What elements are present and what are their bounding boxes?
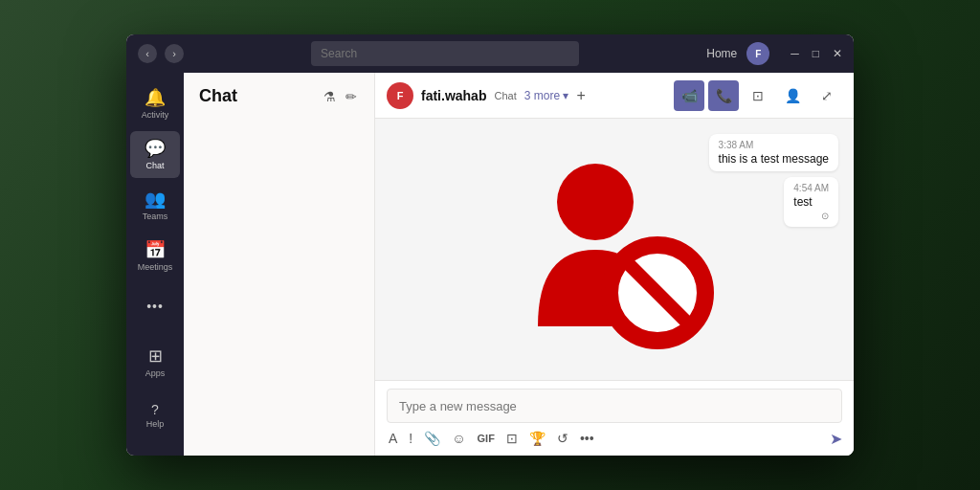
more-icon: ••• (146, 299, 164, 314)
help-icon: ? (151, 402, 159, 417)
send-button[interactable]: ➤ (830, 430, 842, 448)
minimize-button[interactable]: ─ (791, 47, 799, 60)
chat-status: Chat (494, 90, 516, 101)
add-participant-button[interactable]: + (576, 87, 585, 104)
sticker-button[interactable]: ⊡ (504, 429, 520, 448)
more-options-button[interactable]: ••• (578, 429, 596, 448)
chat-list-body (184, 114, 374, 456)
meet-now-button[interactable]: ↺ (555, 429, 570, 448)
message-bubble-2: 4:54 AM test ⊙ (784, 177, 838, 227)
search-input[interactable] (311, 41, 579, 66)
messages-overlay: 3:38 AM this is a test message 4:54 AM t… (709, 134, 838, 227)
home-label: Home (706, 47, 737, 60)
sidebar-bottom: ⊞ Apps ? Help (130, 337, 180, 448)
important-button[interactable]: ! (407, 429, 414, 448)
sidebar-label-meetings: Meetings (138, 262, 173, 272)
main-content: 🔔 Activity 💬 Chat 👥 Teams 📅 Meetings ••• (126, 73, 854, 456)
message-status-2: ⊙ (793, 211, 829, 221)
sidebar-item-more[interactable]: ••• (130, 282, 180, 329)
popout-button[interactable]: ⤢ (812, 80, 842, 111)
format-button[interactable]: A (387, 429, 399, 448)
back-button[interactable]: ‹ (138, 44, 157, 63)
close-button[interactable]: ✕ (833, 47, 842, 60)
video-call-button[interactable]: 📹 (674, 80, 704, 111)
chat-list-actions: ⚗ ✏ (322, 87, 359, 106)
chat-window: F fati.wahab Chat 3 more ▾ + 📹 📞 ⊡ 👤 ⤢ (375, 73, 854, 456)
svg-point-0 (557, 164, 634, 240)
message-input[interactable] (387, 389, 842, 423)
apps-icon: ⊞ (148, 345, 163, 367)
message-text-2: test (793, 195, 829, 209)
teams-window: ‹ › Home F ─ □ ✕ 🔔 Activity 💬 Ch (126, 34, 854, 456)
chat-list-header: Chat ⚗ ✏ (184, 73, 374, 114)
title-bar-left: ‹ › (138, 44, 184, 63)
sidebar-label-activity: Activity (142, 110, 169, 120)
chat-list-panel: Chat ⚗ ✏ (184, 73, 375, 456)
activity-icon: 🔔 (145, 87, 166, 108)
user-avatar[interactable]: F (746, 42, 769, 65)
gif-button[interactable]: GIF (476, 431, 497, 446)
message-input-area: A ! 📎 ☺ GIF ⊡ 🏆 ↺ ••• ➤ (375, 380, 854, 456)
title-bar-right: Home F ─ □ ✕ (706, 42, 842, 65)
meetings-icon: 📅 (145, 239, 166, 260)
sidebar-item-apps[interactable]: ⊞ Apps (130, 337, 180, 387)
sidebar: 🔔 Activity 💬 Chat 👥 Teams 📅 Meetings ••• (126, 73, 184, 456)
attach-button[interactable]: 📎 (422, 429, 442, 448)
title-bar: ‹ › Home F ─ □ ✕ (126, 34, 854, 73)
sidebar-label-teams: Teams (143, 212, 168, 221)
contact-avatar: F (387, 82, 413, 109)
emoji-button[interactable]: ☺ (450, 429, 467, 448)
sidebar-label-help: Help (146, 419, 165, 429)
message-time-2: 4:54 AM (793, 183, 829, 193)
forward-button[interactable]: › (165, 44, 184, 63)
sidebar-item-chat[interactable]: 💬 Chat (130, 131, 180, 178)
messages-area: 3:38 AM this is a test message 4:54 AM t… (375, 119, 854, 380)
message-text-1: this is a test message (719, 152, 829, 166)
screen-share-button[interactable]: ⊡ (743, 80, 773, 111)
message-toolbar: A ! 📎 ☺ GIF ⊡ 🏆 ↺ ••• ➤ (387, 423, 842, 448)
blocked-icon (509, 145, 720, 355)
sidebar-label-apps: Apps (145, 368, 166, 378)
chat-header: F fati.wahab Chat 3 more ▾ + 📹 📞 ⊡ 👤 ⤢ (375, 73, 854, 119)
contact-name: fati.wahab (421, 88, 486, 103)
message-time-1: 3:38 AM (719, 140, 829, 150)
chat-list-title: Chat (199, 86, 237, 106)
sidebar-item-activity[interactable]: 🔔 Activity (130, 80, 180, 127)
filter-button[interactable]: ⚗ (322, 87, 338, 106)
chat-header-actions: 📹 📞 ⊡ 👤 ⤢ (674, 80, 842, 111)
compose-button[interactable]: ✏ (344, 87, 359, 106)
sidebar-item-teams[interactable]: 👥 Teams (130, 182, 180, 229)
window-controls: ─ □ ✕ (791, 47, 842, 60)
voice-call-button[interactable]: 📞 (708, 80, 739, 111)
add-people-button[interactable]: 👤 (777, 80, 808, 111)
sidebar-item-help[interactable]: ? Help (130, 390, 180, 440)
teams-icon: 👥 (145, 189, 166, 210)
praise-button[interactable]: 🏆 (527, 429, 547, 448)
sidebar-label-chat: Chat (145, 161, 164, 170)
chat-icon: 💬 (145, 138, 166, 159)
more-participants-button[interactable]: 3 more ▾ (524, 89, 569, 102)
message-bubble: 3:38 AM this is a test message (709, 134, 838, 171)
sidebar-item-meetings[interactable]: 📅 Meetings (130, 232, 180, 278)
maximize-button[interactable]: □ (813, 47, 819, 60)
